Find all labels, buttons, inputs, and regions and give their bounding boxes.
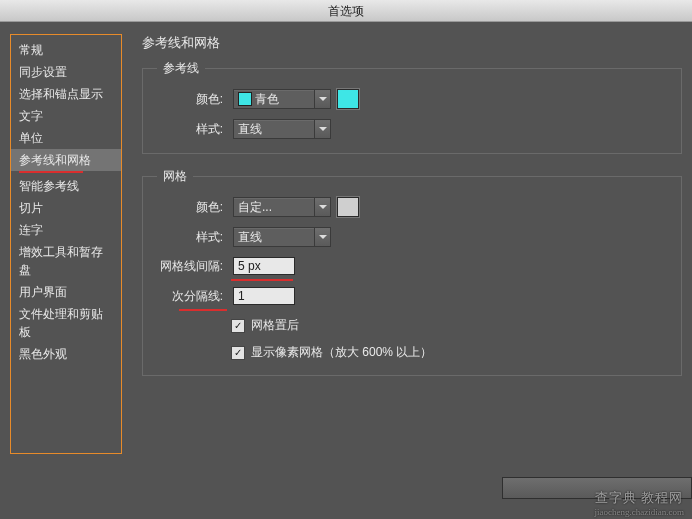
page-heading: 参考线和网格: [142, 34, 682, 52]
window-titlebar: 首选项: [0, 0, 692, 22]
grid-style-label: 样式:: [157, 229, 223, 246]
sidebar-item-type[interactable]: 文字: [11, 105, 121, 127]
pixel-grid-checkbox[interactable]: [231, 346, 245, 360]
sidebar-item-selection-anchor[interactable]: 选择和锚点显示: [11, 83, 121, 105]
sidebar-item-hyphenation[interactable]: 连字: [11, 219, 121, 241]
guides-style-select[interactable]: 直线: [233, 119, 331, 139]
window-title: 首选项: [328, 4, 364, 18]
pixel-grid-label: 显示像素网格（放大 600% 以上）: [251, 344, 432, 361]
grid-color-box[interactable]: [337, 197, 359, 217]
guides-group: 参考线 颜色: 青色 样式: 直线: [142, 60, 682, 154]
chevron-down-icon: [314, 120, 330, 138]
annotation-underline: [19, 171, 83, 173]
grid-style-select[interactable]: 直线: [233, 227, 331, 247]
annotation-underline: [179, 309, 227, 311]
grid-back-label: 网格置后: [251, 317, 299, 334]
sidebar-item-black-appearance[interactable]: 黑色外观: [11, 343, 121, 365]
grid-color-select[interactable]: 自定...: [233, 197, 331, 217]
guides-legend: 参考线: [157, 60, 205, 77]
main-panel: 参考线和网格 参考线 颜色: 青色 样式: 直线 网格: [142, 34, 682, 519]
chevron-down-icon: [314, 90, 330, 108]
watermark: 查字典 教程网 jiaocheng.chazidian.com: [595, 489, 684, 517]
sidebar-item-file-clipboard[interactable]: 文件处理和剪贴板: [11, 303, 121, 343]
guides-style-label: 样式:: [157, 121, 223, 138]
grid-spacing-input[interactable]: 5 px: [233, 257, 295, 275]
grid-back-checkbox[interactable]: [231, 319, 245, 333]
guides-color-swatch: [238, 92, 252, 106]
content-area: 常规 同步设置 选择和锚点显示 文字 单位 参考线和网格 智能参考线 切片 连字…: [0, 22, 692, 519]
sidebar-item-plugins-scratch[interactable]: 增效工具和暂存盘: [11, 241, 121, 281]
sidebar-item-slices[interactable]: 切片: [11, 197, 121, 219]
sidebar-item-smart-guides[interactable]: 智能参考线: [11, 175, 121, 197]
category-sidebar: 常规 同步设置 选择和锚点显示 文字 单位 参考线和网格 智能参考线 切片 连字…: [10, 34, 122, 454]
grid-group: 网格 颜色: 自定... 样式: 直线 网格线间隔: 5 px: [142, 168, 682, 376]
annotation-underline: [231, 279, 293, 281]
chevron-down-icon: [314, 198, 330, 216]
sidebar-item-ui[interactable]: 用户界面: [11, 281, 121, 303]
guides-color-box[interactable]: [337, 89, 359, 109]
guides-color-label: 颜色:: [157, 91, 223, 108]
grid-subdiv-label: 次分隔线:: [157, 288, 223, 305]
sidebar-item-guides-grid[interactable]: 参考线和网格: [11, 149, 121, 171]
guides-color-select[interactable]: 青色: [233, 89, 331, 109]
sidebar-item-units[interactable]: 单位: [11, 127, 121, 149]
grid-spacing-label: 网格线间隔:: [157, 258, 223, 275]
sidebar-item-sync[interactable]: 同步设置: [11, 61, 121, 83]
sidebar-item-general[interactable]: 常规: [11, 39, 121, 61]
grid-legend: 网格: [157, 168, 193, 185]
chevron-down-icon: [314, 228, 330, 246]
grid-subdiv-input[interactable]: 1: [233, 287, 295, 305]
grid-color-label: 颜色:: [157, 199, 223, 216]
